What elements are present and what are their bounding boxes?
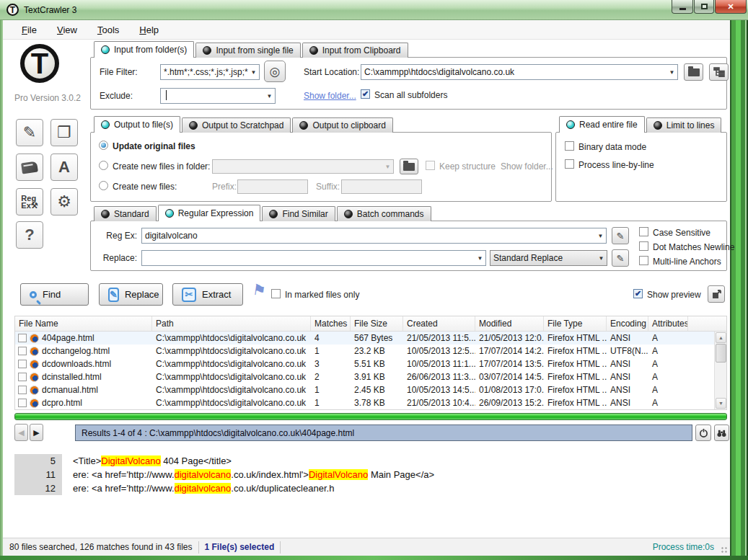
column-header-created[interactable]: Created [403,316,475,331]
maximize-button[interactable] [694,0,714,14]
status-divider [280,541,281,554]
regex-tools-button[interactable]: RegEx⚒ [16,188,43,215]
tab-limit-to-lines[interactable]: Limit to lines [646,117,722,133]
dictionary-button[interactable] [16,154,43,181]
search-icon [30,291,37,298]
row-checkbox[interactable] [18,399,27,407]
folder-tree-button[interactable] [709,63,729,81]
column-header-modified[interactable]: Modified [475,316,544,331]
row-checkbox[interactable] [18,373,27,381]
column-header-file-name[interactable]: File Name [15,316,152,331]
column-header-file-type[interactable]: File Type [544,316,607,331]
dot-matches-newline-checkbox[interactable] [639,241,648,251]
scrollbar-thumb[interactable] [716,344,726,363]
replace-edit-button[interactable]: ✎ [612,249,629,267]
column-header-encoding[interactable]: Encoding [607,316,648,331]
prev-result-button[interactable]: ◀ [14,424,28,441]
marker-flag-icon[interactable]: ⚑ [251,281,267,300]
regex-edit-button[interactable]: ✎ [612,227,629,244]
menu-view[interactable]: View [48,22,86,37]
find-in-results-button[interactable] [714,425,729,441]
replace-button[interactable]: ✎Replace [99,283,163,306]
replace-combobox[interactable]: ▼ [141,250,486,266]
tab-input-from-clipboard[interactable]: Input from Clipboard [302,43,408,58]
menu-file[interactable]: File [13,22,45,37]
row-checkbox[interactable] [18,360,27,368]
next-result-button[interactable]: ▶ [30,424,43,441]
start-location-combobox[interactable]: C:\xammpp\htdocs\digitalvolcano.co.uk ▼ [361,64,678,80]
table-row[interactable]: dcinstalled.htmlC:\xammpp\htdocs\digital… [15,370,726,383]
batch-windows-button[interactable]: ❐ [50,119,78,146]
chevron-down-icon[interactable]: ▼ [596,255,607,262]
column-header-attributes[interactable]: Attributes [648,316,688,331]
scroll-up-icon[interactable]: ▲ [716,332,726,343]
table-row[interactable]: dcpro.htmlC:\xammpp\htdocs\digitalvolcan… [15,396,726,409]
tab-output-to-scratchpad[interactable]: Output to Scratchpad [182,117,291,133]
settings-button[interactable]: ⚙ [50,188,78,215]
multiline-anchors-checkbox[interactable] [639,256,648,265]
scratchpad-edit-button[interactable]: ✎ [16,119,43,146]
show-folder-link[interactable]: Show folder... [304,91,356,101]
tab-read-entire-file[interactable]: Read entire file [559,116,645,133]
column-header-file-size[interactable]: File Size [351,316,403,331]
table-row[interactable]: dcmanual.htmlC:\xammpp\htdocs\digitalvol… [15,383,726,396]
find-button[interactable]: Find [20,283,89,306]
tab-output-to-clipboard[interactable]: Output to clipboard [292,117,392,133]
table-row[interactable]: dcchangelog.htmlC:\xammpp\htdocs\digital… [15,345,726,357]
output-show-folder-label: Show folder... [501,161,553,172]
chevron-down-icon[interactable]: ▼ [595,233,606,239]
tab-output-to-file-s-[interactable]: Output to file(s) [94,116,180,133]
chevron-down-icon[interactable]: ▼ [248,69,259,76]
minimize-button[interactable] [672,0,693,14]
table-scrollbar[interactable]: ▲ ▼ [714,332,726,409]
fonts-button[interactable]: A [50,154,78,181]
attrs-cell: A [648,398,688,408]
output-browse-folder-button[interactable] [400,159,418,174]
menu-tools[interactable]: Tools [89,22,128,37]
keep-structure-checkbox[interactable] [426,161,435,170]
type-cell: Firefox HTML ... [544,372,607,382]
exclude-combobox[interactable]: ▼ [160,88,276,104]
create-in-folder-radio[interactable] [99,161,108,170]
browse-folder-button[interactable] [684,63,703,81]
scan-subfolders-checkbox[interactable] [361,89,370,99]
tab-find-similar[interactable]: Find Similar [262,206,335,221]
menu-help[interactable]: Help [131,22,167,37]
tab-standard[interactable]: Standard [94,206,157,221]
marked-files-only-checkbox[interactable] [271,289,281,298]
rerun-search-button[interactable] [695,425,711,441]
create-new-files-radio[interactable] [99,181,108,190]
tab-input-from-folder-s-[interactable]: Input from folder(s) [94,41,194,58]
scroll-down-icon[interactable]: ▼ [716,398,726,409]
filter-target-button[interactable]: ◎ [264,61,286,82]
help-button[interactable]: ? [16,221,43,249]
update-original-radio[interactable] [99,141,108,150]
table-row[interactable]: dcdownloads.htmlC:\xammpp\htdocs\digital… [15,357,726,370]
table-row[interactable]: 404page.htmlC:\xammpp\htdocs\digitalvolc… [15,332,726,345]
file-filter-value: *.htm*;*.css;*.js;*.jsp;*.php*;*.asp [161,67,248,77]
file-filter-combobox[interactable]: *.htm*;*.css;*.js;*.jsp;*.php*;*.asp ▼ [160,64,260,80]
tab-regular-expression[interactable]: Regular Expression [158,205,261,221]
resize-grip[interactable] [721,546,728,554]
column-header-matches[interactable]: Matches [311,316,351,331]
column-header-path[interactable]: Path [152,316,311,331]
title-bar[interactable]: T TextCrawler 3 ✕ [0,0,748,20]
regex-combobox[interactable]: digitalvolcano ▼ [141,228,607,244]
tab-input-from-single-file[interactable]: Input from single file [195,43,300,58]
replace-mode-select[interactable]: Standard Replace ▼ [490,250,607,266]
chevron-down-icon[interactable]: ▼ [475,255,485,262]
status-search-summary: 80 files searched, 126 matches found in … [9,542,193,552]
case-sensitive-checkbox[interactable] [639,227,648,236]
show-preview-checkbox[interactable] [633,289,643,298]
binary-mode-checkbox[interactable] [565,141,574,151]
row-checkbox[interactable] [18,334,27,342]
popout-preview-button[interactable] [708,285,725,303]
row-checkbox[interactable] [18,347,27,355]
close-button[interactable]: ✕ [715,0,747,14]
line-by-line-checkbox[interactable] [565,159,574,169]
extract-button[interactable]: ✂Extract [172,283,243,306]
chevron-down-icon[interactable]: ▼ [666,69,677,76]
tab-batch-commands[interactable]: Batch commands [337,206,431,221]
row-checkbox[interactable] [18,386,27,394]
chevron-down-icon[interactable]: ▼ [264,93,275,99]
